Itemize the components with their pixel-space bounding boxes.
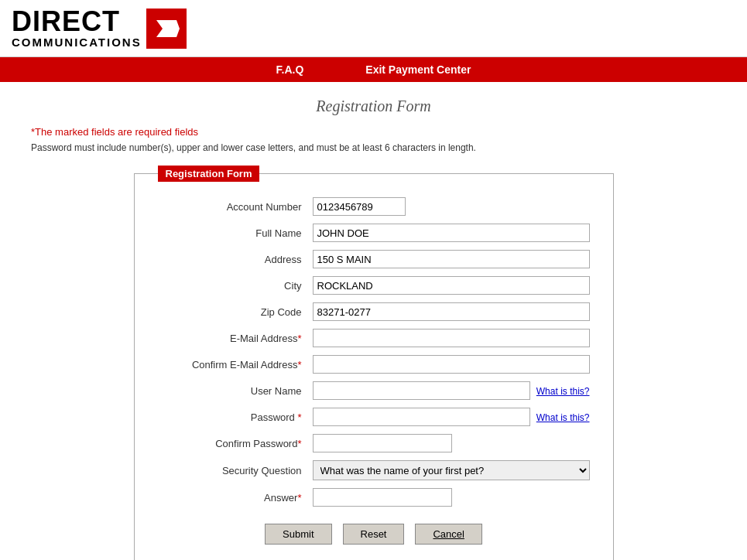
- full-name-label: Full Name: [158, 227, 313, 239]
- cancel-button[interactable]: Cancel: [415, 524, 481, 545]
- address-input[interactable]: [313, 250, 590, 268]
- username-row: User Name What is this?: [158, 381, 590, 400]
- password-input[interactable]: [313, 408, 530, 426]
- navbar: F.A.Q Exit Payment Center: [0, 57, 747, 82]
- logo-arrow-icon: [146, 9, 187, 49]
- logo-communications: COMMUNICATIONS: [12, 36, 142, 49]
- page-title: Registration Form: [31, 97, 716, 115]
- zip-input[interactable]: [313, 302, 590, 321]
- full-name-input-wrap: [313, 224, 590, 242]
- username-input-wrap: [313, 381, 530, 400]
- password-input-wrap: [313, 408, 530, 426]
- confirm-email-label: Confirm E-Mail Address*: [158, 359, 313, 370]
- email-label: E-Mail Address*: [158, 333, 313, 344]
- confirm-email-row: Confirm E-Mail Address*: [158, 355, 590, 374]
- confirm-password-input[interactable]: [313, 434, 452, 452]
- username-what-is-this: What is this?: [536, 385, 590, 397]
- answer-input-wrap: [313, 488, 590, 507]
- city-input[interactable]: [313, 276, 590, 295]
- security-question-select-wrap: What was the name of your first pet?: [313, 460, 590, 480]
- city-row: City: [158, 276, 590, 295]
- submit-button[interactable]: Submit: [265, 524, 331, 545]
- faq-link[interactable]: F.A.Q: [276, 63, 304, 76]
- content: Registration Form *The marked fields are…: [0, 82, 747, 560]
- reset-button[interactable]: Reset: [343, 524, 405, 545]
- password-note: Password must include number(s), upper a…: [31, 142, 716, 153]
- exit-link[interactable]: Exit Payment Center: [365, 63, 471, 76]
- answer-input[interactable]: [313, 488, 452, 507]
- logo-text: DIRECT COMMUNICATIONS: [12, 8, 142, 49]
- city-label: City: [158, 280, 313, 292]
- account-number-label: Account Number: [158, 201, 313, 213]
- confirm-email-input-wrap: [313, 355, 590, 374]
- answer-label: Answer*: [158, 492, 313, 504]
- confirm-email-input[interactable]: [313, 355, 590, 374]
- password-row: Password * What is this?: [158, 408, 590, 426]
- account-number-row: Account Number: [158, 197, 590, 216]
- city-input-wrap: [313, 276, 590, 295]
- full-name-row: Full Name: [158, 224, 590, 242]
- what-is-this-password-link[interactable]: What is this?: [536, 412, 590, 423]
- email-row: E-Mail Address*: [158, 329, 590, 347]
- email-input[interactable]: [313, 329, 590, 347]
- header: DIRECT COMMUNICATIONS: [0, 0, 747, 57]
- username-input[interactable]: [313, 381, 530, 400]
- confirm-password-label: Confirm Password*: [158, 438, 313, 449]
- address-row: Address: [158, 250, 590, 268]
- logo-direct: DIRECT: [12, 8, 142, 36]
- zip-label: Zip Code: [158, 306, 313, 318]
- address-label: Address: [158, 254, 313, 265]
- buttons-row: Submit Reset Cancel: [158, 524, 590, 545]
- security-question-select[interactable]: What was the name of your first pet?: [313, 460, 590, 480]
- password-label: Password *: [158, 411, 313, 423]
- security-question-row: Security Question What was the name of y…: [158, 460, 590, 480]
- username-label: User Name: [158, 385, 313, 397]
- account-number-input-wrap: [313, 197, 590, 216]
- email-input-wrap: [313, 329, 590, 347]
- form-legend: Registration Form: [158, 166, 260, 182]
- zip-row: Zip Code: [158, 302, 590, 321]
- account-number-input[interactable]: [313, 197, 406, 216]
- security-question-label: Security Question: [158, 465, 313, 476]
- confirm-password-row: Confirm Password*: [158, 434, 590, 452]
- what-is-this-username-link[interactable]: What is this?: [536, 386, 590, 397]
- answer-row: Answer*: [158, 488, 590, 507]
- address-input-wrap: [313, 250, 590, 268]
- confirm-password-input-wrap: [313, 434, 590, 452]
- zip-input-wrap: [313, 302, 590, 321]
- full-name-input[interactable]: [313, 224, 590, 242]
- registration-form-fieldset: Registration Form Account Number Full Na…: [134, 166, 614, 560]
- password-what-is-this: What is this?: [536, 411, 590, 423]
- required-note: *The marked fields are required fields: [31, 126, 716, 138]
